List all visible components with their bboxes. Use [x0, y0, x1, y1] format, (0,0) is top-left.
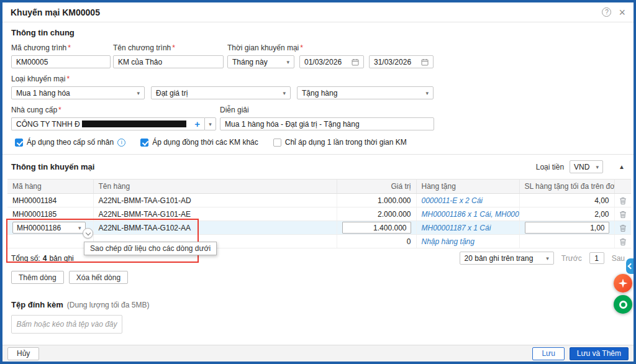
- file-dropzone[interactable]: Bấm hoặc kéo thả tệp vào đây: [11, 315, 122, 334]
- support-fab[interactable]: [614, 295, 632, 314]
- gift-link[interactable]: MH00001186 x 1 Cái, MH00001187 x...: [422, 210, 520, 219]
- chevron-down-icon: ▾: [593, 164, 599, 170]
- promo-type-gift-select[interactable]: Tặng hàng▾: [297, 86, 434, 99]
- item-name-cell[interactable]: A22NL-BMM-TAA-G101-AE: [93, 207, 337, 221]
- from-date-input[interactable]: 01/03/2026: [299, 55, 364, 68]
- max-qty-cell[interactable]: [519, 235, 614, 248]
- delete-row-icon[interactable]: [619, 211, 627, 219]
- total-prefix: Tổng số:: [11, 254, 40, 263]
- currency-label: Loại tiền: [536, 163, 564, 171]
- checkbox-option[interactable]: Áp dụng theo cấp số nhâni: [15, 138, 125, 147]
- program-code-input[interactable]: KM00005: [11, 55, 111, 68]
- assistant-fab[interactable]: [614, 274, 632, 293]
- supplier-label: Nhà cung cấp*: [11, 106, 216, 114]
- column-header: SL hàng tặng tối đa trên đơn: [519, 180, 614, 194]
- total-count: 4: [43, 254, 47, 263]
- delete-all-rows-button[interactable]: Xóa hết dòng: [69, 271, 128, 284]
- dialog-footer: Hủy Lưu Lưu và Thêm: [2, 345, 634, 362]
- total-suffix: bản ghi: [49, 254, 73, 263]
- table-row[interactable]: MH00001186▾A22NL-BMM-TAA-G102-AA1.400.00…: [7, 221, 631, 235]
- delete-row-icon[interactable]: [619, 224, 627, 232]
- close-icon[interactable]: ×: [619, 7, 625, 18]
- dialog-header: Khuyến mại KM00005 ? ×: [2, 2, 634, 22]
- chevron-down-icon: ▾: [543, 255, 549, 262]
- program-name-label: Tên chương trình*: [113, 43, 224, 52]
- copy-down-button[interactable]: [83, 228, 93, 239]
- page-number-input[interactable]: 1: [589, 252, 604, 264]
- delete-row-icon[interactable]: [619, 238, 627, 246]
- add-supplier-icon[interactable]: +: [194, 119, 200, 129]
- calendar-icon[interactable]: [352, 58, 359, 66]
- promo-period-label: Thời gian khuyến mại*: [227, 43, 434, 52]
- checkbox-box[interactable]: [140, 139, 148, 147]
- required-marker: *: [172, 43, 175, 52]
- column-header: Mã hàng: [7, 180, 93, 194]
- general-fields: Mã chương trình* KM00005 Tên chương trìn…: [7, 43, 629, 154]
- promo-type-buy-select[interactable]: Mua 1 hàng hóa▾: [11, 86, 145, 99]
- gift-link[interactable]: MH00001187 x 1 Cái: [422, 224, 491, 232]
- chevron-down-icon: ▾: [283, 59, 289, 65]
- value-cell[interactable]: 1.000.000: [337, 194, 416, 207]
- required-marker: *: [58, 106, 61, 114]
- add-row-button[interactable]: Thêm dòng: [11, 271, 64, 284]
- delete-row-icon[interactable]: [619, 197, 627, 205]
- attachment-hint: (Dung lượng tối đa 5MB): [67, 301, 150, 309]
- attachment-title: Tệp đính kèm: [11, 300, 63, 309]
- ring-icon: [619, 301, 627, 309]
- table-row[interactable]: MH00001184A22NL-BMM-TAA-G101-AD1.000.000…: [7, 194, 631, 207]
- program-name-input[interactable]: KM của Thảo: [113, 55, 224, 68]
- info-icon[interactable]: i: [117, 139, 125, 147]
- item-code-cell[interactable]: MH00001185: [7, 207, 93, 221]
- page-size-select[interactable]: 20 bản ghi trên trang▾: [460, 252, 554, 265]
- promo-table-zone: Mã hàngTên hàngGiá trịHàng tặngSL hàng t…: [7, 179, 629, 284]
- prev-page-button[interactable]: Trước: [561, 254, 582, 263]
- currency-select[interactable]: VND▾: [570, 160, 603, 173]
- attachment-section: Tệp đính kèm (Dung lượng tối đa 5MB) Bấm…: [11, 300, 625, 334]
- max-qty-input[interactable]: 1,00: [525, 222, 609, 234]
- checkbox-box[interactable]: [273, 139, 281, 147]
- to-date-input[interactable]: 31/03/2026: [369, 55, 434, 68]
- checkbox-option[interactable]: Áp dụng đồng thời các KM khác: [140, 138, 258, 147]
- side-panel-toggle[interactable]: [626, 258, 634, 274]
- cancel-button[interactable]: Hủy: [7, 347, 39, 360]
- calendar-icon[interactable]: [421, 58, 429, 66]
- required-marker: *: [66, 75, 70, 83]
- chevron-down-icon: ▾: [422, 90, 429, 96]
- max-qty-cell[interactable]: 4,00: [519, 194, 614, 207]
- supplier-field[interactable]: CÔNG TY TNHH Đ + ▾: [11, 117, 216, 130]
- promo-type-condition-select[interactable]: Đạt giá trị▾: [151, 86, 291, 99]
- window-frame: Khuyến mại KM00005 ? × Thông tin chung M…: [0, 0, 636, 364]
- max-qty-cell[interactable]: 2,00: [519, 207, 614, 221]
- checkbox-option[interactable]: Chỉ áp dụng 1 lần trong thời gian KM: [273, 138, 407, 147]
- save-and-add-button[interactable]: Lưu và Thêm: [570, 347, 629, 360]
- help-icon[interactable]: ?: [602, 7, 611, 17]
- description-input[interactable]: Mua 1 hàng hóa - Đạt giá trị - Tặng hàng: [220, 117, 434, 130]
- collapse-section-icon[interactable]: ▲: [619, 163, 625, 170]
- dialog-body: Thông tin chung Mã chương trình* KM00005…: [2, 22, 634, 345]
- required-marker: *: [68, 43, 71, 52]
- next-page-button[interactable]: Sau: [612, 254, 625, 263]
- checkbox-row: Áp dụng theo cấp số nhâniÁp dụng đồng th…: [15, 138, 621, 147]
- promo-table-head-row: Mã hàngTên hàngGiá trịHàng tặngSL hàng t…: [7, 180, 631, 194]
- detail-section-title: Thông tin khuyến mại: [11, 162, 94, 171]
- item-name-cell[interactable]: A22NL-BMM-TAA-G101-AD: [93, 194, 337, 207]
- gift-link[interactable]: 0000011-E x 2 Cái: [422, 196, 483, 205]
- detail-section-header: Thông tin khuyến mại Loại tiền VND▾ ▲: [11, 160, 625, 173]
- dialog-title: Khuyến mại KM00005: [11, 7, 100, 17]
- gift-placeholder-link[interactable]: Nhập hàng tặng: [422, 237, 475, 246]
- table-row[interactable]: MH00001185A22NL-BMM-TAA-G101-AE2.000.000…: [7, 207, 631, 221]
- item-code-cell[interactable]: [7, 235, 93, 248]
- save-button[interactable]: Lưu: [532, 347, 564, 360]
- value-cell[interactable]: 2.000.000: [337, 207, 416, 221]
- period-preset-select[interactable]: Tháng này▾: [227, 55, 294, 68]
- column-header: Giá trị: [337, 180, 416, 194]
- value-input[interactable]: 1.400.000: [342, 222, 411, 234]
- value-cell[interactable]: 0: [337, 235, 416, 248]
- checkbox-box[interactable]: [15, 139, 23, 147]
- column-header: Tên hàng: [93, 180, 337, 194]
- chevron-down-icon: ▾: [279, 90, 286, 96]
- supplier-dropdown-caret[interactable]: ▾: [204, 117, 216, 130]
- program-code-label: Mã chương trình*: [11, 43, 111, 52]
- item-code-combobox[interactable]: MH00001186▾: [12, 222, 86, 234]
- item-code-cell[interactable]: MH00001184: [7, 194, 93, 207]
